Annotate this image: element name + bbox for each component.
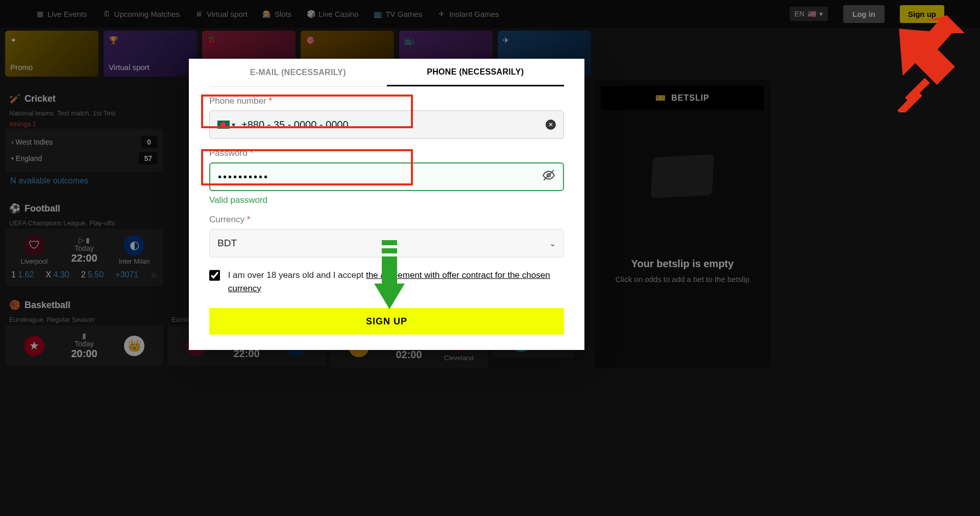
password-label: Password *: [209, 148, 564, 158]
phone-input[interactable]: [241, 119, 546, 131]
terms-checkbox[interactable]: [209, 270, 220, 281]
flag-bd-icon[interactable]: [217, 121, 230, 129]
signup-submit-button[interactable]: SIGN UP: [209, 308, 564, 335]
signup-modal: E-MAIL (NECESSARILY) PHONE (NECESSARILY)…: [189, 59, 584, 350]
currency-label: Currency *: [209, 215, 564, 225]
toggle-password-visibility-icon[interactable]: [542, 169, 555, 185]
clear-input-icon[interactable]: ✕: [546, 120, 556, 130]
phone-input-wrap[interactable]: ▾ ✕: [209, 110, 564, 139]
password-input[interactable]: [218, 171, 542, 183]
tab-phone[interactable]: PHONE (NECESSARILY): [387, 59, 565, 86]
phone-label: Phone number *: [209, 96, 564, 106]
terms-row: I am over 18 years old and I accept the …: [209, 269, 564, 295]
password-valid-message: Valid password: [209, 195, 564, 205]
terms-text: I am over 18 years old and I accept: [228, 270, 366, 280]
chevron-down-icon[interactable]: ▾: [232, 121, 235, 129]
chevron-down-icon: ⌄: [549, 239, 556, 248]
tab-email[interactable]: E-MAIL (NECESSARILY): [209, 59, 387, 86]
password-input-wrap[interactable]: [209, 162, 564, 191]
currency-select[interactable]: BDT ⌄: [209, 229, 564, 257]
